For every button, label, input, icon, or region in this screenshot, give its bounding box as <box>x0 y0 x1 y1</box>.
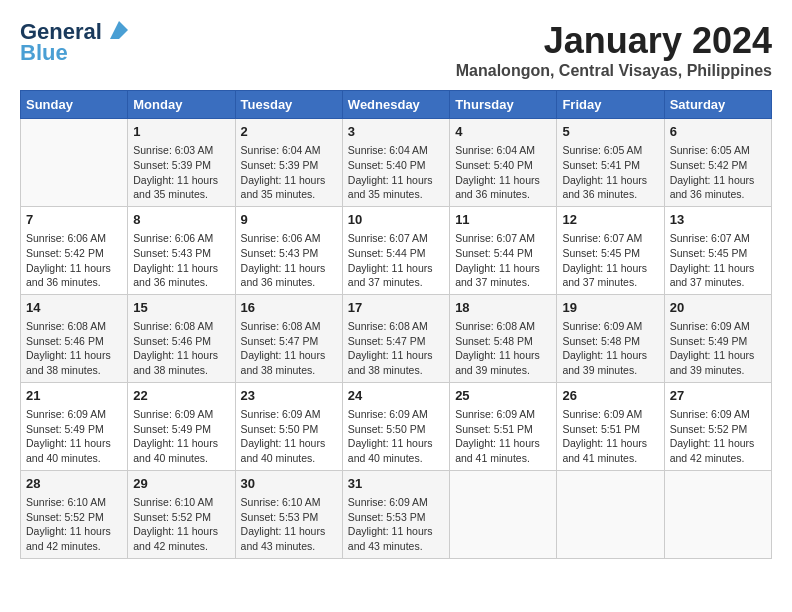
daylight-text: Daylight: 11 hours and 42 minutes. <box>670 436 766 465</box>
day-number: 2 <box>241 123 337 141</box>
day-number: 15 <box>133 299 229 317</box>
calendar-cell: 23Sunrise: 6:09 AMSunset: 5:50 PMDayligh… <box>235 382 342 470</box>
sunrise-text: Sunrise: 6:09 AM <box>241 407 337 422</box>
daylight-text: Daylight: 11 hours and 40 minutes. <box>133 436 229 465</box>
day-number: 31 <box>348 475 444 493</box>
sunrise-text: Sunrise: 6:10 AM <box>26 495 122 510</box>
sunset-text: Sunset: 5:48 PM <box>562 334 658 349</box>
day-number: 16 <box>241 299 337 317</box>
sunrise-text: Sunrise: 6:06 AM <box>241 231 337 246</box>
sunrise-text: Sunrise: 6:10 AM <box>133 495 229 510</box>
calendar-cell: 26Sunrise: 6:09 AMSunset: 5:51 PMDayligh… <box>557 382 664 470</box>
daylight-text: Daylight: 11 hours and 39 minutes. <box>562 348 658 377</box>
calendar-cell <box>664 470 771 558</box>
weekday-header-row: SundayMondayTuesdayWednesdayThursdayFrid… <box>21 91 772 119</box>
calendar-cell: 16Sunrise: 6:08 AMSunset: 5:47 PMDayligh… <box>235 294 342 382</box>
calendar-table: SundayMondayTuesdayWednesdayThursdayFrid… <box>20 90 772 559</box>
calendar-cell: 10Sunrise: 6:07 AMSunset: 5:44 PMDayligh… <box>342 206 449 294</box>
weekday-header: Monday <box>128 91 235 119</box>
weekday-header: Thursday <box>450 91 557 119</box>
daylight-text: Daylight: 11 hours and 39 minutes. <box>670 348 766 377</box>
day-number: 8 <box>133 211 229 229</box>
daylight-text: Daylight: 11 hours and 41 minutes. <box>562 436 658 465</box>
calendar-cell: 11Sunrise: 6:07 AMSunset: 5:44 PMDayligh… <box>450 206 557 294</box>
header: General Blue January 2024 Manalongon, Ce… <box>20 20 772 80</box>
sunset-text: Sunset: 5:40 PM <box>455 158 551 173</box>
calendar-cell: 17Sunrise: 6:08 AMSunset: 5:47 PMDayligh… <box>342 294 449 382</box>
weekday-header: Friday <box>557 91 664 119</box>
sunrise-text: Sunrise: 6:09 AM <box>455 407 551 422</box>
calendar-cell: 2Sunrise: 6:04 AMSunset: 5:39 PMDaylight… <box>235 119 342 207</box>
daylight-text: Daylight: 11 hours and 36 minutes. <box>562 173 658 202</box>
sunrise-text: Sunrise: 6:09 AM <box>562 319 658 334</box>
day-number: 24 <box>348 387 444 405</box>
title-area: January 2024 Manalongon, Central Visayas… <box>456 20 772 80</box>
daylight-text: Daylight: 11 hours and 38 minutes. <box>133 348 229 377</box>
daylight-text: Daylight: 11 hours and 42 minutes. <box>26 524 122 553</box>
calendar-cell: 9Sunrise: 6:06 AMSunset: 5:43 PMDaylight… <box>235 206 342 294</box>
calendar-cell: 20Sunrise: 6:09 AMSunset: 5:49 PMDayligh… <box>664 294 771 382</box>
calendar-cell: 4Sunrise: 6:04 AMSunset: 5:40 PMDaylight… <box>450 119 557 207</box>
calendar-week-row: 1Sunrise: 6:03 AMSunset: 5:39 PMDaylight… <box>21 119 772 207</box>
calendar-cell: 15Sunrise: 6:08 AMSunset: 5:46 PMDayligh… <box>128 294 235 382</box>
sunset-text: Sunset: 5:49 PM <box>670 334 766 349</box>
sunrise-text: Sunrise: 6:04 AM <box>348 143 444 158</box>
daylight-text: Daylight: 11 hours and 36 minutes. <box>133 261 229 290</box>
calendar-cell: 21Sunrise: 6:09 AMSunset: 5:49 PMDayligh… <box>21 382 128 470</box>
daylight-text: Daylight: 11 hours and 37 minutes. <box>348 261 444 290</box>
sunset-text: Sunset: 5:44 PM <box>455 246 551 261</box>
sunset-text: Sunset: 5:46 PM <box>133 334 229 349</box>
sunrise-text: Sunrise: 6:07 AM <box>562 231 658 246</box>
sunrise-text: Sunrise: 6:04 AM <box>455 143 551 158</box>
daylight-text: Daylight: 11 hours and 37 minutes. <box>455 261 551 290</box>
day-number: 14 <box>26 299 122 317</box>
daylight-text: Daylight: 11 hours and 36 minutes. <box>670 173 766 202</box>
day-number: 10 <box>348 211 444 229</box>
sunset-text: Sunset: 5:48 PM <box>455 334 551 349</box>
daylight-text: Daylight: 11 hours and 40 minutes. <box>241 436 337 465</box>
day-number: 25 <box>455 387 551 405</box>
sunset-text: Sunset: 5:41 PM <box>562 158 658 173</box>
daylight-text: Daylight: 11 hours and 35 minutes. <box>133 173 229 202</box>
weekday-header: Tuesday <box>235 91 342 119</box>
day-number: 28 <box>26 475 122 493</box>
daylight-text: Daylight: 11 hours and 38 minutes. <box>241 348 337 377</box>
day-number: 6 <box>670 123 766 141</box>
calendar-cell: 14Sunrise: 6:08 AMSunset: 5:46 PMDayligh… <box>21 294 128 382</box>
sunrise-text: Sunrise: 6:08 AM <box>26 319 122 334</box>
svg-marker-0 <box>110 21 128 39</box>
sunrise-text: Sunrise: 6:03 AM <box>133 143 229 158</box>
sunrise-text: Sunrise: 6:09 AM <box>348 495 444 510</box>
weekday-header: Wednesday <box>342 91 449 119</box>
day-number: 4 <box>455 123 551 141</box>
sunset-text: Sunset: 5:44 PM <box>348 246 444 261</box>
day-number: 29 <box>133 475 229 493</box>
sunrise-text: Sunrise: 6:04 AM <box>241 143 337 158</box>
sunrise-text: Sunrise: 6:06 AM <box>26 231 122 246</box>
sunrise-text: Sunrise: 6:09 AM <box>670 319 766 334</box>
sunrise-text: Sunrise: 6:09 AM <box>348 407 444 422</box>
calendar-cell <box>21 119 128 207</box>
daylight-text: Daylight: 11 hours and 37 minutes. <box>670 261 766 290</box>
daylight-text: Daylight: 11 hours and 43 minutes. <box>348 524 444 553</box>
day-number: 27 <box>670 387 766 405</box>
sunset-text: Sunset: 5:51 PM <box>562 422 658 437</box>
sunrise-text: Sunrise: 6:08 AM <box>241 319 337 334</box>
daylight-text: Daylight: 11 hours and 36 minutes. <box>26 261 122 290</box>
sunset-text: Sunset: 5:52 PM <box>26 510 122 525</box>
daylight-text: Daylight: 11 hours and 35 minutes. <box>241 173 337 202</box>
daylight-text: Daylight: 11 hours and 42 minutes. <box>133 524 229 553</box>
day-number: 5 <box>562 123 658 141</box>
sunset-text: Sunset: 5:47 PM <box>241 334 337 349</box>
daylight-text: Daylight: 11 hours and 35 minutes. <box>348 173 444 202</box>
month-title: January 2024 <box>456 20 772 62</box>
calendar-cell: 1Sunrise: 6:03 AMSunset: 5:39 PMDaylight… <box>128 119 235 207</box>
sunrise-text: Sunrise: 6:06 AM <box>133 231 229 246</box>
calendar-week-row: 21Sunrise: 6:09 AMSunset: 5:49 PMDayligh… <box>21 382 772 470</box>
daylight-text: Daylight: 11 hours and 36 minutes. <box>455 173 551 202</box>
day-number: 23 <box>241 387 337 405</box>
weekday-header: Saturday <box>664 91 771 119</box>
sunrise-text: Sunrise: 6:09 AM <box>562 407 658 422</box>
sunset-text: Sunset: 5:42 PM <box>670 158 766 173</box>
sunset-text: Sunset: 5:43 PM <box>241 246 337 261</box>
